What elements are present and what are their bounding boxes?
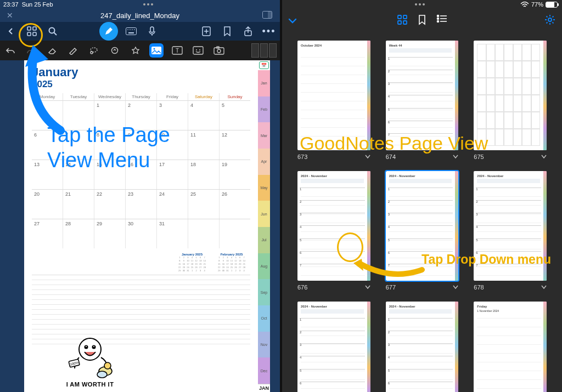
- thumb-number: 674: [386, 154, 396, 160]
- keyboard-button[interactable]: [123, 24, 139, 39]
- goodnotes-pageview-panel: 77% October 2024673Week 4412345676746752…: [282, 0, 562, 392]
- thumb-number: 678: [474, 284, 484, 291]
- status-bar: 23:37 Sun 25 Feb: [0, 0, 280, 9]
- svg-point-42: [104, 362, 111, 369]
- svg-rect-30: [214, 48, 224, 54]
- month-tab-sep[interactable]: Sep: [258, 279, 270, 305]
- thumbnail-680[interactable]: 2024 - November1234567680: [386, 302, 459, 392]
- add-page-button[interactable]: [199, 24, 214, 39]
- tab-outline[interactable]: [436, 14, 447, 27]
- svg-rect-1: [268, 12, 272, 18]
- goodnotes-editor-panel: 23:37 Sun 25 Feb ✕ 247_daily_lined_Monda…: [0, 0, 280, 392]
- month-tab-aug[interactable]: Aug: [258, 253, 270, 280]
- thumb-number: 676: [297, 284, 307, 291]
- svg-point-47: [437, 15, 439, 17]
- svg-point-33: [79, 338, 101, 360]
- pen-tool-button[interactable]: [99, 22, 118, 41]
- sticker-tool[interactable]: [191, 43, 205, 58]
- image-tool[interactable]: [149, 43, 164, 58]
- svg-rect-8: [126, 28, 137, 35]
- month-tab-mar[interactable]: Mar: [258, 122, 270, 149]
- bookmark-button[interactable]: [220, 24, 235, 39]
- split-view-icon[interactable]: [262, 11, 272, 20]
- svg-point-22: [112, 48, 118, 54]
- document-title: 247_daily_lined_Monday: [100, 12, 179, 20]
- month-tab-jun[interactable]: Jun: [258, 201, 270, 227]
- svg-rect-46: [403, 21, 407, 24]
- svg-point-10: [130, 29, 131, 30]
- arrow-to-dropdown: [353, 248, 425, 281]
- thumb-number: 677: [386, 284, 396, 291]
- search-button[interactable]: [45, 24, 60, 39]
- tab-thumbnails[interactable]: [397, 14, 408, 27]
- svg-point-41: [97, 371, 107, 378]
- more-button[interactable]: •••: [261, 24, 277, 39]
- annotation-tap-dropdown: Tap Drop Down menu: [422, 252, 551, 267]
- camera-tool[interactable]: [212, 43, 226, 58]
- svg-rect-44: [403, 15, 407, 19]
- thumb-dropdown[interactable]: [365, 284, 370, 291]
- mic-button[interactable]: [144, 24, 160, 39]
- svg-rect-23: [151, 47, 161, 54]
- text-tool[interactable]: T: [170, 43, 184, 58]
- arrow-to-pageview: [22, 43, 71, 136]
- month-tab-apr[interactable]: Apr: [258, 149, 270, 175]
- tab-bookmarks[interactable]: [418, 14, 426, 27]
- recent-thumbnails[interactable]: [251, 43, 277, 58]
- thumb-dropdown[interactable]: [365, 154, 370, 160]
- svg-point-11: [132, 29, 133, 30]
- elements-tool[interactable]: [128, 43, 143, 58]
- svg-text:T: T: [176, 48, 179, 54]
- day-header: Sunday: [220, 93, 250, 100]
- undo-button[interactable]: [3, 43, 18, 58]
- month-tab-feb[interactable]: Feb: [258, 96, 270, 123]
- wifi-icon: [520, 2, 529, 8]
- month-tab-nov[interactable]: Nov: [258, 332, 270, 358]
- annotation-title: GoodNotes Page View: [300, 133, 557, 154]
- sticker-caption: I AM WORTH IT: [57, 381, 123, 388]
- svg-point-51: [437, 21, 439, 22]
- svg-point-9: [127, 29, 128, 30]
- settings-button[interactable]: [544, 14, 555, 27]
- thumb-number: 673: [297, 154, 307, 160]
- battery-percent: 77%: [531, 1, 543, 8]
- document-title-bar: ✕ 247_daily_lined_Monday: [0, 9, 280, 22]
- thumbnail-678[interactable]: 2024 - November1234567678: [474, 171, 547, 292]
- lasso-tool[interactable]: [87, 43, 101, 58]
- svg-point-6: [49, 28, 55, 33]
- month-tab-dec[interactable]: Dec: [258, 357, 270, 384]
- multitask-dots[interactable]: [53, 3, 244, 5]
- svg-rect-27: [193, 47, 203, 54]
- calendar-index-tab[interactable]: 📅: [259, 61, 269, 69]
- svg-point-37: [93, 346, 94, 347]
- thumbnail-679[interactable]: 2024 - November1234567679: [297, 302, 370, 392]
- close-tab-button[interactable]: ✕: [7, 11, 13, 20]
- sticker-worth-it[interactable]: 100% I AM WORTH IT: [57, 333, 123, 388]
- status-bar-right: 77%: [282, 0, 562, 9]
- status-time-date: 23:37 Sun 25 Feb: [3, 1, 53, 8]
- thumb-dropdown[interactable]: [541, 284, 547, 291]
- thumbnail-681[interactable]: Friday1 November 2024681: [474, 302, 547, 392]
- month-tab-jan[interactable]: Jan: [258, 70, 270, 96]
- back-chevron[interactable]: [288, 15, 297, 27]
- svg-rect-43: [398, 15, 401, 19]
- pageview-header: [282, 10, 562, 32]
- thumb-dropdown[interactable]: [453, 154, 458, 160]
- back-button[interactable]: [3, 24, 19, 39]
- thumb-dropdown[interactable]: [541, 154, 547, 160]
- battery-icon: [546, 2, 558, 8]
- shape-tool[interactable]: [108, 43, 122, 58]
- month-tab-jul[interactable]: Jul: [258, 227, 270, 253]
- month-tab-may[interactable]: May: [258, 175, 270, 201]
- multitask-dots-right[interactable]: [319, 3, 520, 5]
- thumb-dropdown[interactable]: [453, 284, 458, 291]
- day-header: Wednesday: [94, 93, 126, 100]
- svg-point-31: [217, 49, 221, 53]
- thumb-number: 675: [474, 154, 484, 160]
- current-month-tab[interactable]: JAN: [258, 384, 270, 392]
- month-tab-oct[interactable]: Oct: [258, 305, 270, 332]
- mini-calendars: January 20251234567891011121314151617181…: [32, 253, 250, 272]
- share-button[interactable]: [240, 24, 256, 39]
- thumbnail-grid: October 2024673Week 4412345676746752024 …: [282, 37, 562, 392]
- svg-point-29: [199, 49, 200, 50]
